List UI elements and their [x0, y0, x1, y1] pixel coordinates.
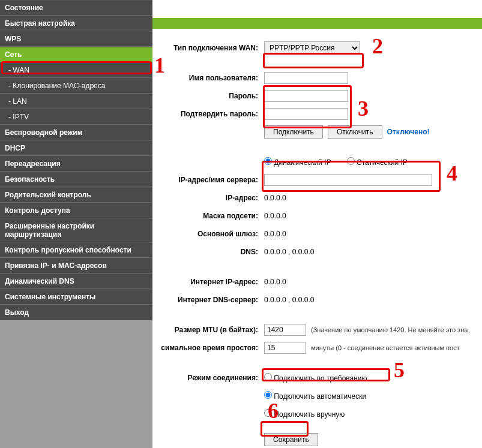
mtu-hint: (Значение по умолчанию 1420. Не меняйте …	[311, 326, 468, 333]
ip-value: 0.0.0.0	[264, 194, 482, 202]
sidebar-item-security[interactable]: Безопасность	[0, 172, 152, 187]
idle-hint: минуты (0 - соединение остается активным…	[311, 344, 460, 351]
confirm-password-label: Подтвердить пароль:	[152, 110, 264, 118]
internet-ip-value: 0.0.0.0	[264, 278, 482, 286]
sidebar: Состояние Быстрая настройка WPS Сеть - W…	[0, 0, 152, 448]
main-panel: Тип подключения WAN: PPTP/PPTP Россия Им…	[152, 0, 482, 448]
static-ip-option[interactable]: Статический IP	[347, 157, 408, 167]
sidebar-item-lan[interactable]: - LAN	[0, 94, 152, 109]
connect-button[interactable]: Подключить	[264, 125, 323, 139]
mode-demand-option[interactable]: Подключить по требованию	[264, 373, 367, 383]
dns-value: 0.0.0.0 , 0.0.0.0	[264, 248, 482, 256]
sidebar-item-ip-mac-binding[interactable]: Привязка IP- и MAC-адресов	[0, 258, 152, 273]
mode-label: Режим соединения:	[152, 374, 264, 382]
save-button[interactable]: Сохранить	[264, 433, 318, 446]
sidebar-item-wps[interactable]: WPS	[0, 31, 152, 47]
sidebar-item-forwarding[interactable]: Переадресация	[0, 156, 152, 172]
username-label: Имя пользователя:	[152, 74, 264, 82]
idle-input[interactable]	[264, 342, 306, 354]
confirm-password-input[interactable]	[264, 108, 348, 120]
internet-dns-label: Интернет DNS-сервер:	[152, 296, 264, 304]
idle-label: симальное время простоя:	[152, 344, 264, 352]
sidebar-item-iptv[interactable]: - IPTV	[0, 109, 152, 125]
server-input[interactable]	[264, 174, 432, 186]
mask-value: 0.0.0.0	[264, 212, 482, 220]
sidebar-empty	[0, 320, 152, 448]
mask-label: Маска подсети:	[152, 212, 264, 220]
password-input[interactable]	[264, 90, 348, 102]
sidebar-item-quick-setup[interactable]: Быстрая настройка	[0, 16, 152, 31]
disconnect-button[interactable]: Отключить	[328, 125, 382, 139]
sidebar-item-ddns[interactable]: Динамический DNS	[0, 273, 152, 289]
dynamic-ip-option[interactable]: Динамический IP	[264, 157, 331, 167]
sidebar-item-routing[interactable]: Расширенные настройки маршрутизации	[0, 218, 152, 242]
sidebar-item-dhcp[interactable]: DHCP	[0, 140, 152, 156]
mode-auto-option[interactable]: Подключить автоматически	[264, 391, 366, 401]
wan-type-select[interactable]: PPTP/PPTP Россия	[264, 41, 360, 55]
sidebar-item-status[interactable]: Состояние	[0, 0, 152, 16]
internet-dns-value: 0.0.0.0 , 0.0.0.0	[264, 296, 482, 304]
sidebar-item-logout[interactable]: Выход	[0, 305, 152, 320]
sidebar-item-network[interactable]: Сеть	[0, 47, 152, 62]
ip-label: IP-адрес:	[152, 194, 264, 202]
dns-label: DNS:	[152, 248, 264, 256]
mtu-input[interactable]	[264, 324, 306, 336]
sidebar-item-bandwidth[interactable]: Контроль пропускной способности	[0, 242, 152, 258]
sidebar-item-wan[interactable]: - WAN	[0, 62, 152, 78]
mode-demand-radio[interactable]	[264, 373, 272, 381]
mode-manual-option[interactable]: Подключить вручную	[264, 409, 345, 419]
sidebar-item-wireless[interactable]: Беспроводной режим	[0, 125, 152, 140]
dynamic-ip-radio[interactable]	[264, 157, 272, 165]
mode-manual-radio[interactable]	[264, 409, 272, 417]
server-label: IP-адрес/имя сервера:	[152, 176, 264, 184]
sidebar-item-access-control[interactable]: Контроль доступа	[0, 203, 152, 218]
gateway-value: 0.0.0.0	[264, 230, 482, 238]
sidebar-item-system-tools[interactable]: Системные инструменты	[0, 289, 152, 305]
sidebar-item-parental[interactable]: Родительский контроль	[0, 187, 152, 203]
username-input[interactable]	[264, 72, 348, 84]
connection-status: Отключено!	[387, 128, 430, 136]
mode-auto-radio[interactable]	[264, 391, 272, 399]
mtu-label: Размер MTU (в байтах):	[152, 326, 264, 334]
password-label: Пароль:	[152, 92, 264, 100]
gateway-label: Основной шлюз:	[152, 230, 264, 238]
internet-ip-label: Интернет IP-адрес:	[152, 278, 264, 286]
sidebar-item-mac-clone[interactable]: - Клонирование MAC-адреса	[0, 78, 152, 94]
static-ip-radio[interactable]	[347, 157, 355, 165]
green-bar	[152, 18, 482, 29]
wan-type-label: Тип подключения WAN:	[152, 44, 264, 52]
